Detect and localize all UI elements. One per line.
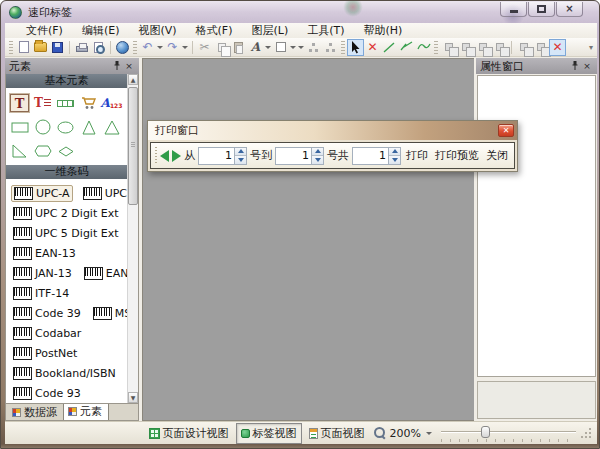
previous-label-button[interactable] xyxy=(160,150,169,162)
design-canvas[interactable] xyxy=(142,58,474,421)
barcode-code39[interactable]: Code 39 xyxy=(11,306,83,321)
barcode-itf14[interactable]: ITF-14 xyxy=(11,286,71,301)
print-dialog-close-button[interactable]: ✕ xyxy=(498,124,514,137)
rectangle-shape-button[interactable] xyxy=(10,118,29,137)
menu-file[interactable]: 文件(F) xyxy=(17,23,72,38)
dialog-close-button[interactable]: 关闭 xyxy=(484,146,510,165)
align-vertical-button[interactable] xyxy=(322,39,339,56)
next-label-button[interactable] xyxy=(172,150,181,162)
menu-tools[interactable]: 工具(T) xyxy=(298,23,353,38)
copy-button[interactable] xyxy=(213,39,230,56)
cart-element-button[interactable] xyxy=(79,94,98,113)
tab-data-source[interactable]: 数据源 xyxy=(8,405,63,420)
print-preview-button[interactable] xyxy=(90,39,107,56)
delete-all-button[interactable]: ✕ xyxy=(549,39,566,56)
right-triangle-shape-button[interactable] xyxy=(10,142,29,161)
paste-button[interactable] xyxy=(230,39,247,56)
zoom-level[interactable]: 200% xyxy=(390,427,421,440)
tab-elements[interactable]: 元素 xyxy=(63,403,109,420)
numbering-element-button[interactable]: A123 xyxy=(102,94,121,113)
slider-thumb[interactable] xyxy=(481,426,490,438)
new-document-button[interactable] xyxy=(15,39,32,56)
pin-icon[interactable] xyxy=(111,61,123,72)
richtext-element-button[interactable]: T xyxy=(33,94,52,113)
table-element-button[interactable] xyxy=(56,94,75,113)
menu-format[interactable]: 格式(F) xyxy=(187,23,242,38)
barcode-upc-5digit[interactable]: UPC 5 Digit Ext xyxy=(11,226,121,241)
basic-elements-header[interactable]: 基本元素 xyxy=(6,74,127,88)
ellipse-shape-button[interactable] xyxy=(56,118,75,137)
barcode-ean13[interactable]: EAN-13 xyxy=(11,246,78,261)
stepper-up-icon[interactable] xyxy=(389,148,400,156)
barcode-jan13[interactable]: JAN-13 xyxy=(11,266,74,281)
save-button[interactable] xyxy=(49,39,66,56)
redo-dropdown[interactable] xyxy=(182,46,188,49)
stepper-down-icon[interactable] xyxy=(312,155,323,164)
send-back-button[interactable] xyxy=(532,39,549,56)
text-element-button[interactable]: T xyxy=(10,94,29,113)
bring-front-button[interactable] xyxy=(515,39,532,56)
resize-grip[interactable] xyxy=(580,426,593,440)
label-view-button[interactable]: 标签视图 xyxy=(236,423,302,444)
undo-dropdown[interactable] xyxy=(157,46,163,49)
select-tool-button[interactable] xyxy=(347,39,364,56)
triangle2-shape-button[interactable] xyxy=(102,118,121,137)
delete-element-button[interactable]: ✕ xyxy=(364,39,381,56)
elements-scrollbar[interactable]: ▲ ▼ xyxy=(127,74,138,403)
align-horizontal-button[interactable] xyxy=(305,39,322,56)
barcode-upc-e[interactable]: UPC-E xyxy=(81,186,127,201)
cut-button[interactable]: ✂ xyxy=(196,39,213,56)
zoom-dropdown[interactable] xyxy=(426,432,432,435)
triangle-shape-button[interactable] xyxy=(79,118,98,137)
close-button[interactable]: × xyxy=(556,2,583,17)
border-style-dropdown[interactable] xyxy=(290,46,296,49)
minimize-button[interactable] xyxy=(500,2,527,17)
menu-layer[interactable]: 图层(L) xyxy=(243,23,298,38)
menu-edit[interactable]: 编辑(E) xyxy=(73,23,129,38)
total-number-input[interactable] xyxy=(352,147,388,165)
toolbar-overflow-button[interactable]: ▾ xyxy=(589,43,595,52)
barcode-section-header[interactable]: 一维条码 xyxy=(6,165,127,179)
diamond-shape-button[interactable] xyxy=(56,142,75,161)
hexagon-shape-button[interactable] xyxy=(33,142,52,161)
scrollbar-thumb[interactable] xyxy=(128,87,138,205)
page-view-button[interactable]: 页面视图 xyxy=(304,423,370,444)
line-tool-button[interactable] xyxy=(381,39,398,56)
print-button[interactable] xyxy=(73,39,90,56)
from-number-input[interactable] xyxy=(198,147,234,165)
ungroup-button[interactable] xyxy=(457,39,474,56)
stepper-down-icon[interactable] xyxy=(389,155,400,164)
panel-close-icon[interactable]: × xyxy=(581,62,593,71)
menu-view[interactable]: 视图(V) xyxy=(129,23,185,38)
polyline-tool-button[interactable] xyxy=(398,39,415,56)
pin-icon[interactable] xyxy=(569,61,581,72)
scroll-down-icon[interactable]: ▼ xyxy=(128,392,138,403)
line-style-dropdown[interactable] xyxy=(298,46,304,49)
font-button[interactable]: A xyxy=(247,39,264,56)
print-preview-button[interactable]: 打印预览 xyxy=(433,146,481,165)
print-button[interactable]: 打印 xyxy=(404,146,430,165)
scroll-up-icon[interactable]: ▲ xyxy=(128,74,138,85)
redo-button[interactable]: ↷ xyxy=(164,39,181,56)
to-number-input[interactable] xyxy=(275,147,311,165)
barcode-msi[interactable]: MSI xyxy=(91,306,127,321)
stepper-up-icon[interactable] xyxy=(235,148,246,156)
font-dropdown[interactable] xyxy=(265,46,271,49)
stepper-up-icon[interactable] xyxy=(312,148,323,156)
open-button[interactable] xyxy=(32,39,49,56)
barcode-upc-a[interactable]: UPC-A xyxy=(11,185,73,202)
web-button[interactable] xyxy=(114,39,131,56)
undo-button[interactable]: ↶ xyxy=(139,39,156,56)
curve-tool-button[interactable] xyxy=(415,39,432,56)
menu-help[interactable]: 帮助(H) xyxy=(355,23,412,38)
border-style-button[interactable] xyxy=(272,39,289,56)
send-backward-button[interactable] xyxy=(491,39,508,56)
page-design-view-button[interactable]: 页面设计视图 xyxy=(144,423,234,444)
stepper-down-icon[interactable] xyxy=(235,155,246,164)
barcode-codabar[interactable]: Codabar xyxy=(11,326,83,341)
bring-forward-button[interactable] xyxy=(474,39,491,56)
barcode-code93[interactable]: Code 93 xyxy=(11,386,83,401)
barcode-upc-2digit[interactable]: UPC 2 Digit Ext xyxy=(11,206,121,221)
barcode-bookland[interactable]: Bookland/ISBN xyxy=(11,366,118,381)
group-button[interactable] xyxy=(440,39,457,56)
